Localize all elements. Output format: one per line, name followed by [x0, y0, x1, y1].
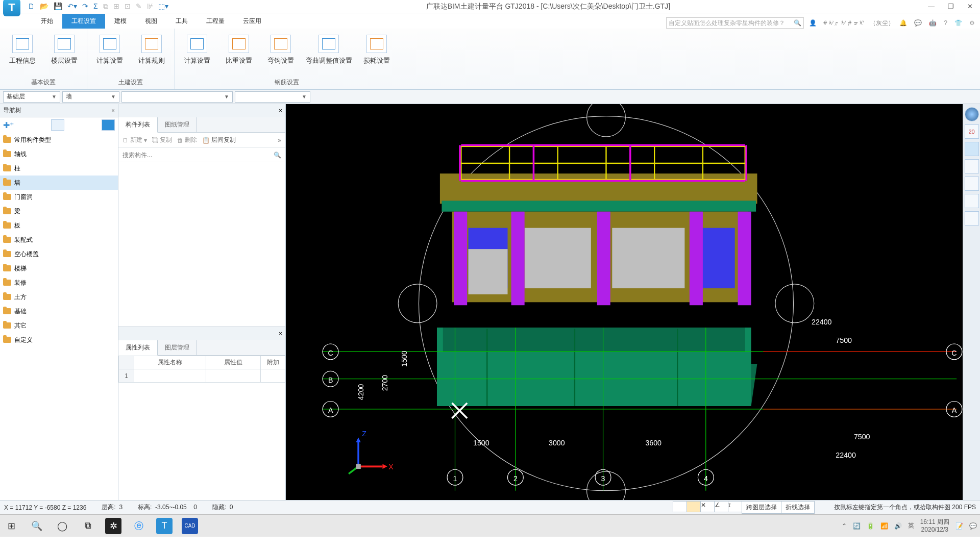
nav-add-icon[interactable]: ✚⁺	[3, 120, 14, 130]
quick-access-toolbar[interactable]: 🗋 📂 💾 ↶▾ ↷ Σ ⧉ ⊞ ⊡ ✎ ⊯ ⬚▾	[28, 2, 168, 11]
tray-up-icon[interactable]: ⌃	[842, 522, 847, 530]
tray-battery-icon[interactable]: 🔋	[867, 522, 874, 530]
table-row[interactable]: 1	[119, 369, 285, 383]
tree-item[interactable]: 基础	[0, 304, 118, 318]
help-search[interactable]: 自定义贴面怎么处理复杂零星构件的装修？ 🔍	[666, 17, 804, 29]
tab-drawing-mgmt[interactable]: 图纸管理	[158, 117, 197, 132]
qat-misc3-icon[interactable]: ⊡	[125, 2, 131, 11]
btn-floor-copy[interactable]: 📋层间复制	[202, 136, 236, 144]
tray-ime[interactable]: 英	[908, 521, 914, 530]
sb-polyline[interactable]: 折线选择	[781, 501, 815, 514]
close-icon[interactable]: ✕	[967, 3, 973, 10]
search-task-icon[interactable]: 🔍	[29, 518, 45, 534]
floor-select[interactable]: 基础层▼	[3, 91, 60, 103]
help-icon[interactable]: ?	[944, 19, 947, 27]
sb-4[interactable]: ∠	[714, 501, 728, 512]
btn-new[interactable]: 🗋新建 ▾	[122, 136, 147, 144]
sb-3[interactable]: ✕	[700, 501, 715, 512]
rt-globe-icon[interactable]	[965, 107, 979, 121]
app-gtj-icon[interactable]: T	[156, 518, 173, 534]
qat-new-icon[interactable]: 🗋	[28, 2, 35, 11]
tree-item[interactable]: 板	[0, 218, 118, 233]
taskview-icon[interactable]: ⧉	[80, 518, 96, 534]
rt-refresh[interactable]	[965, 194, 979, 208]
qat-misc5-icon[interactable]: ⊯	[147, 2, 153, 11]
tray-clock[interactable]: 16:11 周四 2020/12/3	[920, 518, 949, 533]
taskbar[interactable]: ⊞ 🔍 ◯ ⧉ ✲ ⓔ T CAD ⌃ 🔄 🔋 📶 🔊 英 16:11 周四 2…	[0, 514, 980, 537]
tray-notify-icon[interactable]: 💬	[969, 522, 977, 530]
nav-close-icon[interactable]: ×	[111, 107, 115, 114]
nav-view-list[interactable]	[51, 119, 64, 131]
component-search[interactable]: 🔍	[118, 148, 285, 162]
sb-cross-layer[interactable]: 跨图层选择	[742, 501, 781, 514]
tray-sync-icon[interactable]: 🔄	[853, 522, 861, 530]
qat-undo-icon[interactable]: ↶▾	[67, 2, 77, 11]
sb-2[interactable]	[687, 501, 701, 512]
tray-notes-icon[interactable]: 📝	[955, 522, 963, 530]
btn-calc-settings-rebar[interactable]: 计算设置	[178, 33, 216, 67]
component-close-icon[interactable]: ×	[279, 107, 282, 114]
bell-icon[interactable]: 🔔	[899, 19, 907, 27]
btn-calc-settings-civil[interactable]: 计算设置	[90, 33, 129, 67]
skin-icon[interactable]: 👕	[954, 19, 962, 27]
chat-icon[interactable]: 💬	[914, 19, 922, 27]
qat-misc4-icon[interactable]: ✎	[136, 2, 142, 11]
menu-tab-tool[interactable]: 工具	[166, 14, 197, 29]
component-search-icon[interactable]: 🔍	[274, 152, 281, 159]
tree-item[interactable]: 装修	[0, 276, 118, 290]
rt-view-3d[interactable]	[965, 142, 979, 156]
menu-tab-model[interactable]: 建模	[105, 14, 136, 29]
btn-delete[interactable]: 🗑删除	[177, 136, 197, 144]
btn-bend-adjust[interactable]: 弯曲调整值设置	[303, 33, 354, 67]
more-icon[interactable]: »	[278, 137, 281, 144]
tree-item[interactable]: 自定义	[0, 333, 118, 347]
tree-item[interactable]: 其它	[0, 318, 118, 333]
tree-item[interactable]: 楼梯	[0, 261, 118, 276]
tray-volume-icon[interactable]: 🔊	[894, 522, 902, 530]
tree-item[interactable]: 常用构件类型	[0, 133, 118, 147]
start-icon[interactable]: ⊞	[3, 518, 19, 534]
tree-item[interactable]: 门窗洞	[0, 190, 118, 204]
nav-view-grid[interactable]	[102, 119, 115, 131]
tree-item[interactable]: 装配式	[0, 233, 118, 247]
btn-project-info[interactable]: 工程信息	[3, 33, 42, 67]
rt-badge[interactable]: 20	[965, 124, 979, 139]
sub-select-1[interactable]: ▼	[121, 91, 233, 103]
menu-tab-quantity[interactable]: 工程量	[197, 14, 234, 29]
tray-wifi-icon[interactable]: 📶	[880, 522, 888, 530]
qat-misc1-icon[interactable]: ⧉	[103, 2, 108, 11]
category-select[interactable]: 墙▼	[62, 91, 119, 103]
menu-tab-project[interactable]: 工程设置	[62, 14, 105, 29]
qat-misc6-icon[interactable]: ⬚▾	[158, 2, 168, 11]
btn-weight-settings[interactable]: 比重设置	[219, 33, 258, 67]
btn-calc-rules[interactable]: 计算规则	[132, 33, 171, 67]
sb-1[interactable]	[673, 501, 687, 512]
tab-component-list[interactable]: 构件列表	[118, 117, 158, 133]
qat-save-icon[interactable]: 💾	[54, 2, 62, 11]
btn-copy[interactable]: ⿻复制	[152, 136, 172, 144]
robot-icon[interactable]: 🤖	[929, 19, 937, 27]
system-tray[interactable]: ⌃ 🔄 🔋 📶 🔊 英 16:11 周四 2020/12/3 📝 💬	[842, 518, 977, 533]
minimize-icon[interactable]: —	[928, 3, 935, 10]
tree-item[interactable]: 梁	[0, 204, 118, 218]
rt-tools[interactable]	[965, 211, 979, 226]
tree-item[interactable]: 柱	[0, 161, 118, 176]
edge-icon[interactable]: ⓔ	[131, 518, 147, 534]
property-close-icon[interactable]: ×	[279, 330, 282, 337]
qat-redo-icon[interactable]: ↷	[82, 2, 88, 11]
tree-item[interactable]: 墙	[0, 176, 118, 190]
menu-tab-view[interactable]: 视图	[136, 14, 166, 29]
app-1-icon[interactable]: ✲	[105, 518, 121, 534]
menu-tab-start[interactable]: 开始	[32, 14, 62, 29]
tree-item[interactable]: 空心楼盖	[0, 247, 118, 261]
tree-item[interactable]: 轴线	[0, 147, 118, 161]
cortana-icon[interactable]: ◯	[54, 518, 70, 534]
user-avatar-icon[interactable]: 👤	[809, 19, 817, 27]
sub-select-2[interactable]: ▼	[235, 91, 310, 103]
rt-view-cube[interactable]	[965, 159, 979, 173]
tab-property-list[interactable]: 属性列表	[118, 340, 158, 356]
qat-open-icon[interactable]: 📂	[40, 2, 48, 11]
rt-view-section[interactable]	[965, 177, 979, 191]
settings-icon[interactable]: ⚙	[969, 19, 975, 27]
sb-5[interactable]: ⟟	[728, 501, 742, 512]
